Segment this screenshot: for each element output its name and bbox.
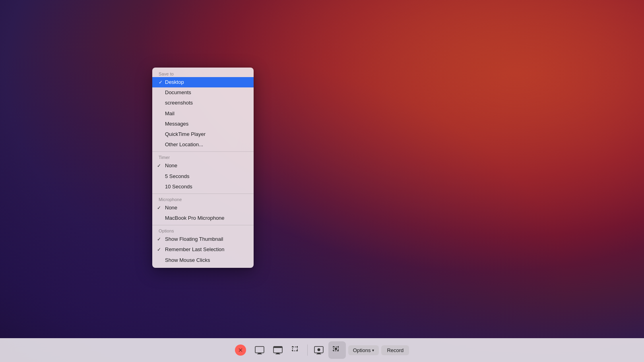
menu-item-label: 10 Seconds	[165, 183, 192, 190]
svg-point-23	[335, 348, 337, 350]
svg-rect-20	[317, 353, 320, 354]
menu-item-label: Show Floating Thumbnail	[165, 236, 223, 243]
record-selection-icon	[332, 345, 343, 356]
menu-item-quicktime[interactable]: QuickTime Player	[152, 129, 254, 139]
menu-item-messages[interactable]: Messages	[152, 119, 254, 129]
checkmark-icon: ✓	[159, 79, 163, 86]
timer-label: Timer	[152, 153, 254, 161]
desktop-background	[0, 0, 644, 362]
menu-item-remember-selection[interactable]: ✓ Remember Last Selection	[152, 244, 254, 255]
menu-item-label: None	[165, 204, 177, 211]
menu-item-timer-10sec[interactable]: 10 Seconds	[152, 182, 254, 192]
capture-entire-screen-icon	[254, 345, 265, 356]
options-button[interactable]: Options ▾	[348, 345, 379, 355]
menu-item-timer-5sec[interactable]: 5 Seconds	[152, 171, 254, 182]
menu-item-mic-macbook[interactable]: MacBook Pro Microphone	[152, 213, 254, 223]
menu-item-mail[interactable]: Mail	[152, 108, 254, 119]
options-dropdown: Save to ✓ Desktop Documents screenshots …	[152, 68, 254, 268]
save-to-label: Save to	[152, 70, 254, 77]
options-label: Options	[353, 347, 371, 353]
capture-entire-screen-button[interactable]	[251, 341, 268, 359]
menu-item-label: Documents	[165, 89, 191, 96]
screenshot-toolbar: Options ▾ Record	[0, 338, 644, 362]
menu-item-label: Mail	[165, 110, 175, 117]
close-icon	[239, 348, 242, 352]
record-selection-button[interactable]	[328, 341, 346, 359]
menu-item-label: Desktop	[165, 79, 184, 86]
menu-item-documents[interactable]: Documents	[152, 87, 254, 98]
menu-item-show-mouse-clicks[interactable]: Show Mouse Clicks	[152, 255, 254, 265]
capture-selection-icon	[291, 345, 302, 356]
checkmark-icon: ✓	[157, 163, 161, 169]
menu-item-label: Messages	[165, 120, 188, 128]
microphone-label: Microphone	[152, 196, 254, 203]
close-button[interactable]	[235, 345, 246, 356]
menu-item-label: Remember Last Selection	[165, 246, 225, 253]
svg-rect-7	[276, 353, 279, 354]
record-button[interactable]: Record	[381, 345, 409, 355]
capture-window-icon	[272, 345, 283, 356]
menu-item-label: 5 Seconds	[165, 173, 189, 180]
record-label: Record	[387, 347, 403, 353]
svg-rect-2	[255, 347, 264, 353]
menu-item-mic-none[interactable]: ✓ None	[152, 203, 254, 213]
divider-1	[152, 151, 254, 152]
checkmark-icon: ✓	[157, 236, 161, 243]
menu-item-label: screenshots	[165, 99, 193, 106]
svg-rect-3	[258, 353, 261, 354]
menu-item-other-location[interactable]: Other Location...	[152, 139, 254, 150]
record-screen-icon	[313, 345, 324, 356]
checkmark-icon: ✓	[157, 246, 161, 253]
svg-rect-8	[275, 354, 280, 354]
capture-window-button[interactable]	[269, 341, 287, 359]
divider-2	[152, 194, 254, 194]
menu-item-label: Show Mouse Clicks	[165, 257, 210, 264]
options-arrow-icon: ▾	[372, 348, 374, 352]
menu-item-label: None	[165, 162, 177, 169]
menu-item-label: Other Location...	[165, 141, 203, 148]
record-screen-button[interactable]	[310, 341, 328, 359]
svg-rect-4	[257, 354, 262, 354]
svg-rect-21	[316, 354, 321, 354]
toolbar-inner: Options ▾ Record	[235, 341, 409, 359]
svg-point-19	[317, 348, 320, 351]
menu-item-show-floating[interactable]: ✓ Show Floating Thumbnail	[152, 234, 254, 244]
options-section-label: Options	[152, 227, 254, 234]
menu-item-timer-none[interactable]: ✓ None	[152, 161, 254, 171]
menu-item-desktop[interactable]: ✓ Desktop	[152, 77, 254, 87]
menu-item-label: MacBook Pro Microphone	[165, 215, 225, 222]
divider-3	[152, 225, 254, 225]
toolbar-separator-1	[307, 345, 308, 356]
menu-item-screenshots[interactable]: screenshots	[152, 98, 254, 108]
checkmark-icon: ✓	[157, 205, 161, 211]
capture-selection-button[interactable]	[287, 341, 305, 359]
svg-rect-6	[274, 347, 282, 348]
menu-item-label: QuickTime Player	[165, 131, 206, 138]
